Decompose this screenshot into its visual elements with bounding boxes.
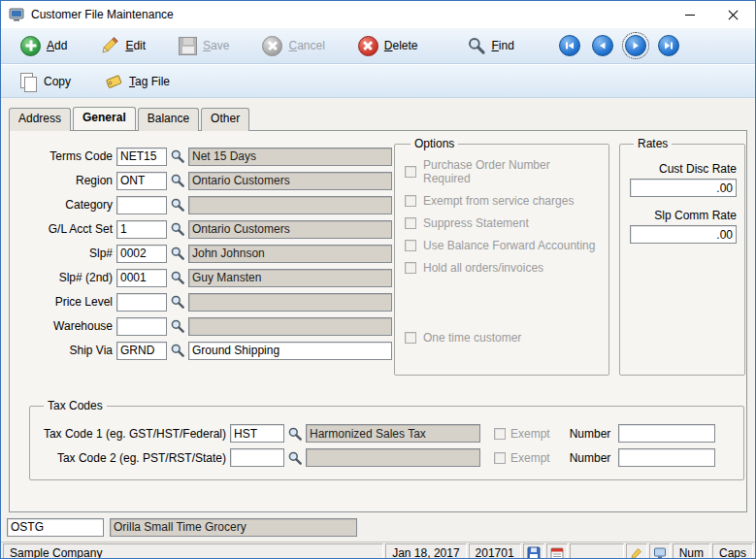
terms-code-lookup-icon[interactable] [169,148,186,165]
tab-other[interactable]: Other [201,108,249,131]
next-record-icon [630,40,641,51]
gl-acct-set-label: G/L Acct Set [16,222,113,236]
status-bar: Sample Company Jan 18, 2017 201701 [1,542,755,559]
po-required-checkbox [405,166,416,178]
tax-code-1-input[interactable] [230,424,284,443]
save-button: Save [171,34,237,58]
secondary-toolbar: Copy Tag File [1,64,755,98]
hold-orders-checkbox [405,262,416,274]
delete-icon [358,36,378,56]
one-time-customer-label: One time customer [423,331,521,345]
ship-via-label: Ship Via [16,344,113,357]
delete-button-label: Delete [384,39,418,52]
salesperson2-row: Slp# (2nd) [16,268,392,287]
copy-button-label: Copy [44,75,71,88]
salesperson-description [188,245,392,263]
warehouse-input[interactable] [116,317,167,336]
region-input[interactable] [116,172,167,190]
ship-via-lookup-icon[interactable] [169,342,186,359]
salesperson2-label: Slp# (2nd) [16,271,113,284]
rates-group-title: Rates [634,137,672,150]
first-record-button[interactable] [559,35,580,56]
close-icon [728,10,739,20]
tax-1-number-label: Number [570,427,611,441]
salesperson-lookup-icon[interactable] [169,245,186,262]
customer-file-maintenance-window: Customer File Maintenance Add Edit Save [0,0,756,559]
title-bar: Customer File Maintenance [1,1,755,28]
status-fiscal-period-label: 201701 [476,546,514,559]
tab-balance[interactable]: Balance [138,108,199,131]
edit-button[interactable]: Edit [92,33,153,58]
tax-1-number-input[interactable] [618,424,715,443]
current-record-bar [1,512,755,542]
warehouse-row: Warehouse [16,316,392,336]
category-input[interactable] [116,196,167,214]
delete-button[interactable]: Delete [350,33,426,59]
status-calendar-cell[interactable] [546,543,568,559]
tax-code-2-lookup-icon[interactable] [286,449,304,467]
last-record-button[interactable] [658,35,679,56]
cancel-button: Cancel [254,33,332,59]
save-disk-icon [179,37,197,55]
options-group-title: Options [411,137,458,150]
tax-code-1-lookup-icon[interactable] [286,425,304,443]
region-row: Region [16,171,392,190]
find-button[interactable]: Find [459,33,522,58]
tax-2-exempt-label: Exempt [510,451,550,465]
region-lookup-icon[interactable] [169,172,186,189]
terms-code-input[interactable] [116,148,167,166]
close-button[interactable] [711,1,755,28]
tax-code-1-label: Tax Code 1 (eg. GST/HST/Federal) [38,427,226,441]
salesperson2-input[interactable] [116,269,167,287]
record-navigation [559,35,679,56]
status-monitor-cell [649,543,671,559]
ship-via-input[interactable] [116,342,167,360]
window-title: Customer File Maintenance [31,8,174,21]
tax-code-2-input[interactable] [230,448,284,467]
slp-comm-rate-input[interactable] [630,225,737,244]
tag-file-icon [104,72,123,91]
category-lookup-icon[interactable] [169,196,186,214]
app-icon [9,7,24,22]
tab-general[interactable]: General [73,107,136,130]
hold-orders-label: Hold all orders/invoices [423,261,543,275]
options-group: Options Purchase Order Number Required E… [394,137,609,376]
minimize-button[interactable] [668,1,711,28]
warehouse-description [188,317,392,336]
gl-acct-set-lookup-icon[interactable] [169,220,186,238]
one-time-customer-checkbox [405,332,416,344]
status-date: Jan 18, 2017 [385,543,466,559]
salesperson2-description [188,269,392,287]
previous-record-button[interactable] [592,35,613,56]
tax-2-number-input[interactable] [618,448,715,467]
general-tab-page: Terms Code Region Category G/L Acct Set … [9,130,747,512]
find-button-label: Find [492,39,514,52]
exempt-service-charges-label: Exempt from service charges [423,194,574,208]
suppress-statement-option: Suppress Statement [405,216,599,230]
region-description [188,172,392,190]
exempt-service-charges-option: Exempt from service charges [405,194,599,208]
tax-codes-group: Tax Codes Tax Code 1 (eg. GST/HST/Federa… [29,399,744,480]
find-magnifier-icon [467,36,486,55]
price-level-lookup-icon[interactable] [169,293,186,311]
tag-file-button[interactable]: Tag File [96,69,178,94]
tab-strip: Address General Balance Other [9,107,755,130]
gl-acct-set-input[interactable] [116,220,167,239]
status-fiscal-period: 201701 [469,543,521,559]
salesperson-input[interactable] [116,245,167,263]
balance-forward-label: Use Balance Forward Accounting [423,239,595,252]
warehouse-lookup-icon[interactable] [169,317,186,335]
customer-name-field [110,518,357,537]
cust-disc-rate-input[interactable] [630,179,737,197]
cancel-button-label: Cancel [288,39,324,52]
salesperson2-lookup-icon[interactable] [169,269,186,286]
edit-button-label: Edit [125,39,146,52]
customer-code-field[interactable] [7,518,104,537]
price-level-input[interactable] [116,293,167,312]
next-record-button[interactable] [625,35,646,56]
status-company-label: Sample Company [10,546,102,559]
tab-address[interactable]: Address [9,108,71,131]
copy-button[interactable]: Copy [11,69,79,94]
main-toolbar: Add Edit Save Cancel Delete [1,28,755,64]
add-button[interactable]: Add [13,33,75,59]
